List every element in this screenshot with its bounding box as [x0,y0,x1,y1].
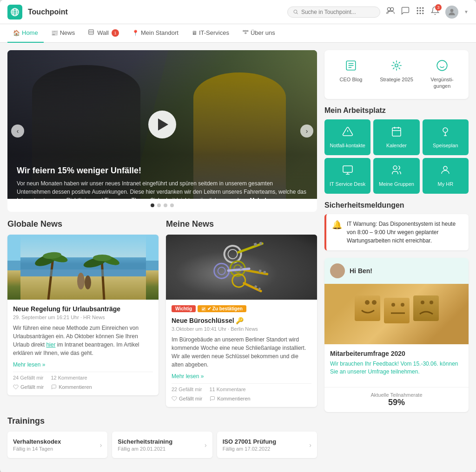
svg-rect-19 [89,30,94,35]
ap-speiseplan[interactable]: Speiseplan [423,119,469,155]
svg-point-16 [419,13,421,14]
ap-kalender[interactable]: Kalender [373,119,419,155]
svg-point-85 [401,303,404,307]
svg-rect-24 [245,33,246,33]
news-tags: Wichtig ✔ Zu bestätigen [172,305,311,315]
globale-like-button[interactable]: Gefällt mir [13,384,44,390]
hero-next-button[interactable]: › [300,125,313,138]
strategie-label: Strategie 2025 [380,76,413,83]
nav-item-news[interactable]: 📰 News [46,24,81,43]
training-card-sicherheitstraining[interactable]: Sicherheitstraining Fällig am 20.01.2021… [112,432,212,458]
chat-icon[interactable] [401,6,410,18]
search-input[interactable] [301,9,374,15]
svg-rect-25 [247,31,248,32]
comment-icon [51,384,57,390]
survey-title: Mitarbeiterumfrage 2020 [330,350,463,357]
svg-rect-47 [258,269,261,273]
speiseplan-icon [440,126,451,139]
nav-item-it-services[interactable]: 🖥 IT-Services [186,24,235,43]
arbeitsplatz-title: Mein Arbeitsplatz [324,106,469,115]
search-bar[interactable] [287,7,380,18]
notifications-icon[interactable]: 3 [430,6,440,18]
hero-description: Vor neun Monaten haben wir unser neues I… [17,179,308,204]
strategie-icon [390,59,403,74]
logo-icon [7,5,22,20]
my-hr-icon [440,164,451,178]
heart-icon [172,396,177,401]
hero-read-more[interactable]: Mehr lesen » [250,197,284,203]
hero-text: Wir feiern 15% weniger Unfälle! Vor neun… [7,158,317,212]
ap-notfallkontakte[interactable]: Notfall-kontakte [324,119,370,155]
meine-news-article-title: Neue Büroschlüssel 🔑 [172,317,311,324]
svg-rect-74 [343,166,352,172]
globale-news-read-more[interactable]: Mehr lesen » [13,361,45,368]
survey-link[interactable]: Wir brauchen Ihr Feedback! Vom 15.-30.06… [330,360,463,376]
training-card-verhaltenskodex[interactable]: Verhaltenskodex Fällig in 14 Tagen › [7,432,107,458]
svg-point-40 [226,248,238,260]
trainings-grid: Verhaltenskodex Fällig in 14 Tagen › Sic… [7,432,317,458]
sicherheit-section: Sicherheitsmeldungen 🔔 IT Warnung: Das D… [324,201,469,250]
meine-comment-button[interactable]: Kommentieren [210,396,251,401]
app-title: Touchpoint [28,8,68,16]
arbeitsplatz-grid: Notfall-kontakte Kalender Speiseplan [324,119,469,194]
my-hr-label: My HR [438,181,454,187]
nav-item-mein-standort[interactable]: 📍 Mein Standort [126,24,184,43]
kalender-label: Kalender [386,142,407,149]
svg-point-84 [391,303,395,307]
alert-text: IT Warnung: Das Disponentsystem ist heut… [347,220,463,245]
tag-wichtig: Wichtig [172,305,196,312]
main-nav: 🏠 Home 📰 News Wall 1 📍 Mein Standort 🖥 I… [0,24,476,43]
globale-news-card: Neue Regelung für Urlaubsanträge 29. Sep… [7,235,159,395]
quick-link-ceo-blog[interactable]: CEO Blog [330,56,372,93]
survey-image [324,284,469,344]
globale-news-actions: Gefällt mir Kommentieren [13,384,153,390]
tag-bestaetigen: ✔ Zu bestätigen [198,305,246,312]
svg-point-50 [218,267,225,275]
training-card-iso[interactable]: ISO 27001 Prüfung Fällig am 17.02.2022 › [217,432,317,458]
svg-point-5 [294,10,297,13]
svg-point-79 [335,267,339,271]
nav-item-home[interactable]: 🏠 Home [7,24,44,43]
survey-rate-label: Aktuelle Teilnahmerate [330,392,463,398]
svg-point-14 [422,10,423,11]
alert-bell-icon: 🔔 [332,220,342,230]
user-dropdown-icon[interactable]: ▼ [464,9,469,14]
verguenstigungen-label: Vergünsti-gungen [423,76,461,90]
training-arrow-2: › [205,441,207,449]
ceo-blog-label: CEO Blog [340,76,363,83]
svg-point-89 [430,301,433,304]
news-keys-image [166,235,317,300]
search-icon [293,9,298,15]
user-avatar[interactable] [445,6,458,19]
survey-greeting: Hi Ben! [350,267,372,275]
apps-icon[interactable] [416,6,425,18]
wall-badge: 1 [112,29,119,37]
sicherheit-alert: 🔔 IT Warnung: Das Disponentsystem ist he… [324,214,469,250]
ap-my-hr[interactable]: My HR [423,158,469,194]
training-due-3: Fällig am 17.02.2022 [223,446,277,452]
nav-item-wall[interactable]: Wall 1 [82,24,125,43]
hero-prev-button[interactable]: ‹ [11,125,24,138]
monitor-icon: 🖥 [192,30,197,36]
quick-link-verguenstigungen[interactable]: Vergünsti-gungen [421,56,463,93]
play-button[interactable] [148,111,176,138]
svg-point-77 [393,166,397,170]
ap-it-service-desk[interactable]: IT Service Desk [324,158,370,194]
globale-comment-button[interactable]: Kommentieren [51,384,92,390]
contacts-icon[interactable] [386,6,395,18]
comment-icon [210,396,215,401]
quick-link-strategie[interactable]: Strategie 2025 [376,56,417,93]
training-arrow-3: › [309,441,311,449]
meine-news-read-more[interactable]: Mehr lesen » [172,373,204,380]
ap-meine-gruppen[interactable]: Meine Gruppen [373,158,419,194]
meine-like-button[interactable]: Gefällt mir [172,396,202,401]
svg-point-38 [85,275,91,289]
location-icon: 📍 [132,30,139,36]
hero-slider: ‹ › Wir feiern 15% weniger Unfälle! Vor … [7,50,317,212]
news-link[interactable]: hier [46,341,55,348]
nav-item-ueber-uns[interactable]: Über uns [237,24,281,43]
trainings-section: Trainings Verhaltenskodex Fällig in 14 T… [7,416,317,458]
meine-gruppen-label: Meine Gruppen [379,181,414,187]
svg-rect-68 [392,128,401,136]
survey-header: Hi Ben! [324,258,469,284]
